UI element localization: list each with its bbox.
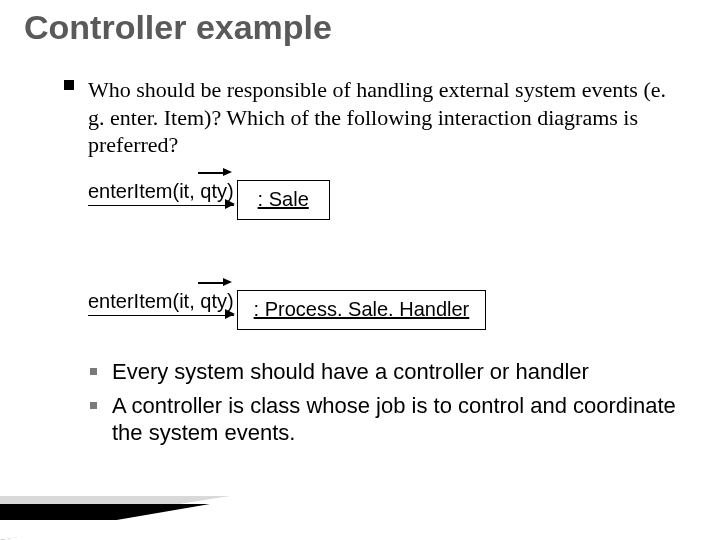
message-label: enterItem(it, qty) — [88, 180, 234, 206]
corner-decoration-icon — [0, 450, 250, 540]
found-message-arrow-icon — [198, 278, 232, 288]
slide: Controller example Who should be respons… — [0, 0, 720, 540]
message-arrow: enterItem(it, qty) — [88, 180, 234, 203]
sub-bullet-item: A controller is class whose job is to co… — [112, 392, 676, 447]
found-message-arrow-icon — [198, 168, 232, 178]
intro-text: Who should be responsible of handling ex… — [88, 76, 680, 159]
message-arrow: enterItem(it, qty) — [88, 290, 234, 313]
arrowhead-icon — [225, 199, 235, 209]
object-box: : Sale — [237, 180, 330, 220]
sub-bullets: Every system should have a controller or… — [88, 358, 676, 453]
message-label: enterItem(it, qty) — [88, 290, 234, 316]
object-name: : Process. Sale. Handler — [248, 298, 476, 320]
svg-marker-2 — [0, 520, 140, 540]
sub-bullet-text: A controller is class whose job is to co… — [112, 393, 676, 446]
arrowhead-icon — [225, 309, 235, 319]
svg-marker-1 — [0, 504, 210, 540]
square-bullet-icon — [64, 80, 74, 90]
square-bullet-icon — [90, 402, 97, 409]
sub-bullet-item: Every system should have a controller or… — [112, 358, 676, 386]
square-bullet-icon — [90, 368, 97, 375]
interaction-diagram-2: enterItem(it, qty) : Process. Sale. Hand… — [88, 290, 486, 330]
object-box: : Process. Sale. Handler — [237, 290, 487, 330]
sub-bullet-text: Every system should have a controller or… — [112, 359, 589, 384]
slide-title: Controller example — [24, 8, 332, 47]
svg-marker-0 — [0, 496, 230, 532]
intro-bullet: Who should be responsible of handling ex… — [64, 76, 680, 159]
interaction-diagram-1: enterItem(it, qty) : Sale — [88, 180, 330, 220]
object-name: : Sale — [252, 188, 315, 210]
